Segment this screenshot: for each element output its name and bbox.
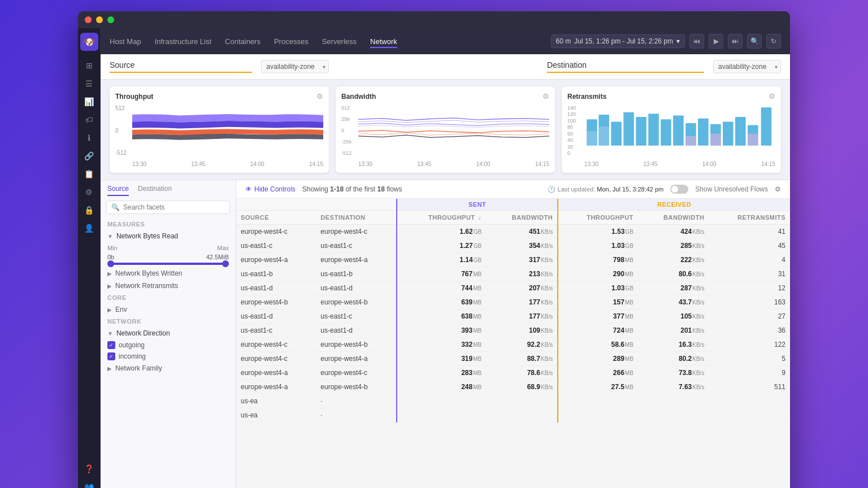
- sidebar-icon-team[interactable]: 👥: [81, 479, 97, 488]
- slider-thumb-right[interactable]: [222, 260, 229, 267]
- nav-infra-list[interactable]: Infrastructure List: [155, 35, 211, 48]
- cell-source: us-ea: [236, 394, 316, 408]
- tab-destination[interactable]: Destination: [138, 185, 172, 196]
- cell-throughput-received: 58.6MB: [558, 338, 638, 352]
- cell-retransmits: [709, 408, 790, 422]
- slider-fill: [107, 263, 229, 265]
- measure-bytes-written[interactable]: ▶ Network Bytes Written: [101, 267, 236, 280]
- minimize-dot[interactable]: [96, 16, 103, 23]
- cell-bandwidth-received: 287KB/s: [638, 281, 709, 295]
- cell-destination: us-east1-b: [316, 267, 397, 281]
- slider-thumb-left[interactable]: [107, 260, 114, 267]
- network-section-header: NETWORK: [101, 316, 236, 327]
- close-dot[interactable]: [85, 16, 92, 23]
- hide-controls-label: Hide Controls: [254, 185, 296, 193]
- table-row[interactable]: us-east1-c us-east1-c 1.27GB 354KB/s 1.0…: [236, 239, 790, 253]
- table-row[interactable]: us-east1-b us-east1-b 767MB 213KB/s 290M…: [236, 267, 790, 281]
- cell-destination: europe-west4-b: [316, 338, 397, 352]
- destination-filter-group: Destination: [547, 60, 704, 73]
- col-destination[interactable]: DESTINATION: [316, 211, 397, 225]
- bandwidth-gear-icon[interactable]: ⚙: [542, 92, 549, 101]
- bytes-read-slider: Min Max 0b 42.5MiB: [101, 242, 236, 267]
- destination-input[interactable]: [591, 61, 704, 69]
- unresolved-flows-toggle[interactable]: [670, 185, 688, 194]
- sidebar-icon-info[interactable]: ℹ: [81, 130, 97, 146]
- table-row[interactable]: us-east1-d us-east1-c 638MB 177KB/s 377M…: [236, 310, 790, 324]
- table-row[interactable]: us-east1-d us-east1-d 744MB 207KB/s 1.03…: [236, 281, 790, 295]
- time-range-selector[interactable]: 60 m Jul 15, 1:26 pm - Jul 15, 2:26 pm ▾: [551, 34, 685, 48]
- table-row[interactable]: europe-west4-a europe-west4-b 248MB 68.9…: [236, 380, 790, 394]
- nav-processes[interactable]: Processes: [274, 35, 309, 48]
- col-retransmits[interactable]: RETRANSMITS: [709, 211, 790, 225]
- col-bandwidth-received[interactable]: BANDWIDTH: [638, 211, 709, 225]
- sidebar-icon-lock[interactable]: 🔒: [81, 202, 97, 218]
- measure-bytes-read[interactable]: ▼ Network Bytes Read: [101, 230, 236, 242]
- measure-network-family[interactable]: ▶ Network Family: [101, 362, 236, 374]
- sidebar-icon-list[interactable]: ☰: [81, 76, 97, 91]
- measure-env[interactable]: ▶ Env: [101, 303, 236, 316]
- sidebar-icon-clip[interactable]: 📋: [81, 166, 97, 182]
- svg-rect-10: [661, 119, 671, 145]
- destination-groupby-select[interactable]: availability-zone: [713, 60, 781, 73]
- nav-serverless[interactable]: Serverless: [322, 35, 357, 48]
- bytes-read-label: Network Bytes Read: [116, 232, 178, 240]
- retransmits-gear-icon[interactable]: ⚙: [769, 92, 775, 101]
- hide-controls-button[interactable]: 👁 Hide Controls: [245, 185, 296, 193]
- time-range-dates: Jul 15, 1:26 pm - Jul 15, 2:26 pm: [574, 37, 673, 45]
- table-row[interactable]: us-ea ·: [236, 394, 790, 408]
- col-bandwidth-sent[interactable]: BANDWIDTH: [486, 211, 558, 225]
- outgoing-checkbox[interactable]: ✓: [107, 341, 115, 349]
- nav-containers[interactable]: Containers: [225, 35, 261, 48]
- table-row[interactable]: europe-west4-a europe-west4-c 283MB 78.6…: [236, 366, 790, 380]
- sidebar-icon-user[interactable]: 👤: [81, 220, 97, 236]
- source-input[interactable]: [139, 61, 252, 69]
- sidebar-icon-dashboard[interactable]: ⊞: [81, 58, 97, 73]
- panel-tabs: Source Destination: [101, 185, 236, 201]
- network-family-arrow-icon: ▶: [107, 365, 112, 372]
- incoming-checkbox[interactable]: ✓: [107, 352, 115, 360]
- nav-prev-prev[interactable]: ⏮: [689, 34, 704, 49]
- measure-retransmits[interactable]: ▶ Network Retransmits: [101, 280, 236, 292]
- source-groupby-select[interactable]: availability-zone: [261, 60, 329, 73]
- destination-label: Destination: [547, 60, 587, 69]
- slider-min-value: 0b: [107, 254, 114, 260]
- throughput-gear-icon[interactable]: ⚙: [316, 92, 323, 101]
- table-row[interactable]: us-ea ·: [236, 408, 790, 422]
- table-row[interactable]: europe-west4-c europe-west4-c 1.62GB 451…: [236, 225, 790, 239]
- slider-track[interactable]: [107, 263, 229, 265]
- cell-source: europe-west4-a: [236, 253, 316, 267]
- table-row[interactable]: europe-west4-c europe-west4-b 332MB 92.2…: [236, 338, 790, 352]
- col-source[interactable]: SOURCE: [236, 211, 316, 225]
- logo[interactable]: 🐶: [80, 33, 98, 51]
- sidebar-icon-tag[interactable]: 🏷: [81, 112, 97, 128]
- tab-source[interactable]: Source: [107, 185, 129, 196]
- table-row[interactable]: europe-west4-b europe-west4-b 639MB 177K…: [236, 295, 790, 310]
- sidebar-icon-help[interactable]: ❓: [81, 461, 97, 477]
- sidebar-icon-link[interactable]: 🔗: [81, 148, 97, 164]
- nav-search[interactable]: 🔍: [747, 34, 762, 49]
- nav-refresh[interactable]: ↻: [766, 34, 781, 49]
- measure-network-direction[interactable]: ▼ Network Direction: [101, 327, 236, 339]
- throughput-y-labels: 512 0 -512: [115, 105, 132, 156]
- nav-play[interactable]: ▶: [709, 34, 723, 49]
- nav-host-map[interactable]: Host Map: [110, 35, 141, 48]
- controls-bar: 👁 Hide Controls Showing 1-18 of the firs…: [236, 180, 790, 199]
- sidebar-icon-gear[interactable]: ⚙: [81, 184, 97, 200]
- table-row[interactable]: europe-west4-a europe-west4-a 1.14GB 317…: [236, 253, 790, 267]
- nav-network[interactable]: Network: [370, 35, 397, 48]
- nav-next-next[interactable]: ⏭: [728, 34, 743, 49]
- facets-search-input[interactable]: [123, 203, 225, 211]
- slider-max-value: 42.5MiB: [206, 254, 229, 260]
- maximize-dot[interactable]: [107, 16, 114, 23]
- col-throughput-received[interactable]: THROUGHPUT: [558, 211, 638, 225]
- table-body: europe-west4-c europe-west4-c 1.62GB 451…: [236, 225, 790, 422]
- table-row[interactable]: europe-west4-c europe-west4-a 319MB 88.7…: [236, 352, 790, 366]
- cell-bandwidth-sent: 207KB/s: [486, 281, 558, 295]
- col-throughput-sent[interactable]: THROUGHPUT ↓: [397, 211, 486, 225]
- cell-retransmits: 31: [709, 267, 790, 281]
- app-layout: 🐶 ⊞ ☰ 📊 🏷 ℹ 🔗 📋 ⚙ 🔒 👤 ❓ 👥 Host Map Infra…: [78, 28, 790, 488]
- sidebar-icon-chart[interactable]: 📊: [81, 94, 97, 110]
- settings-gear-icon[interactable]: ⚙: [775, 185, 781, 193]
- retransmits-chart-title: Retransmits: [567, 93, 606, 101]
- table-row[interactable]: us-east1-c us-east1-d 393MB 109KB/s 724M…: [236, 324, 790, 338]
